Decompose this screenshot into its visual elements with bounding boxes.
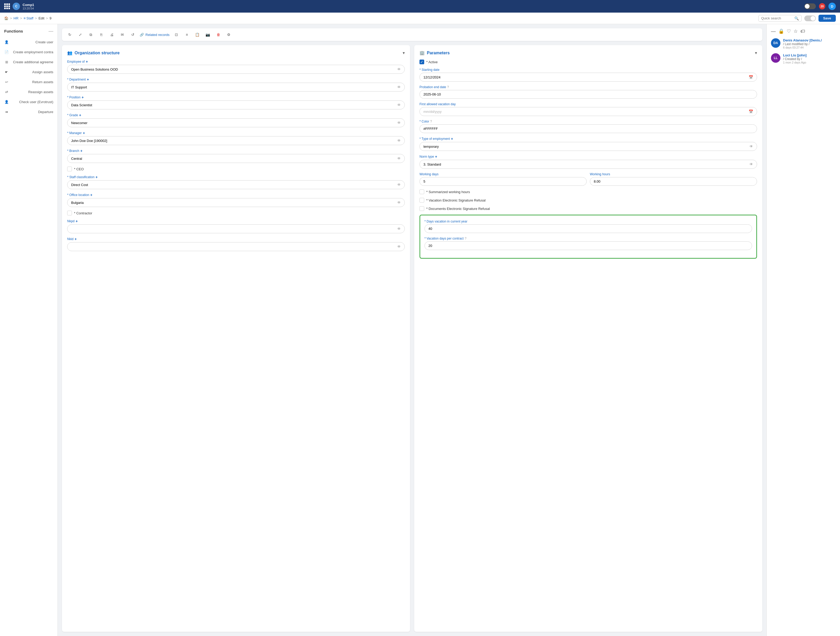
color-help[interactable]: ? — [430, 120, 432, 123]
print-btn[interactable]: 🖨 — [108, 31, 115, 38]
color-input[interactable] — [420, 124, 757, 133]
working-days-input[interactable] — [420, 177, 587, 186]
branch-input[interactable]: 👁 — [67, 154, 405, 163]
norm-type-eye[interactable]: 👁 — [750, 162, 753, 166]
related-records-btn[interactable]: 🔗 Related records — [140, 33, 170, 37]
position-eye[interactable]: 👁 — [397, 103, 401, 107]
norm-type-input[interactable]: 👁 — [420, 160, 757, 169]
color-value[interactable] — [423, 127, 753, 131]
sidebar-item-create-employment[interactable]: 📄 Create employment contra — [0, 47, 57, 57]
branch-add[interactable]: + — [81, 149, 82, 153]
org-panel-chevron[interactable]: ▾ — [403, 50, 405, 55]
breadcrumb-hr[interactable]: HR — [14, 16, 19, 20]
manager-input[interactable]: 👁 — [67, 136, 405, 145]
sidebar-item-create-additional[interactable]: ⊞ Create additional agreeme — [0, 57, 57, 67]
active-checkbox[interactable]: ✓ — [420, 60, 424, 64]
user-avatar[interactable]: D — [829, 3, 836, 10]
staff-class-eye[interactable]: 👁 — [397, 183, 401, 187]
vacation-per-contract-input[interactable] — [425, 241, 752, 250]
department-input[interactable]: 👁 — [67, 83, 405, 91]
branch-eye[interactable]: 👁 — [397, 156, 401, 161]
norm-type-value[interactable] — [423, 162, 747, 166]
heart-icon[interactable]: ♡ — [787, 28, 791, 34]
file-btn[interactable]: 📋 — [194, 31, 201, 38]
manager-eye[interactable]: 👁 — [397, 139, 401, 143]
delete-btn[interactable]: 🗑 — [215, 31, 222, 38]
department-eye[interactable]: 👁 — [397, 85, 401, 89]
save-button[interactable]: Save — [818, 15, 836, 22]
grade-eye[interactable]: 👁 — [397, 121, 401, 125]
calendar-icon[interactable]: 📅 — [748, 75, 753, 79]
department-value[interactable] — [71, 85, 395, 89]
first-vacation-input[interactable]: 📅 — [420, 107, 757, 116]
grade-input[interactable]: 👁 — [67, 118, 405, 127]
branch-value[interactable] — [71, 157, 395, 161]
office-loc-input[interactable]: 👁 — [67, 198, 405, 207]
nkid-eye[interactable]: 👁 — [397, 244, 401, 249]
refresh-btn[interactable]: ↻ — [66, 31, 74, 38]
vacation-per-contract-help[interactable]: ? — [465, 237, 466, 240]
quick-search-box[interactable]: 🔍 — [758, 15, 802, 22]
sidebar-item-assign-assets[interactable]: ☛ Assign assets — [0, 67, 57, 77]
active-toggle[interactable] — [804, 16, 816, 21]
probation-help[interactable]: ? — [447, 85, 449, 89]
employment-type-eye[interactable]: 👁 — [750, 144, 753, 148]
camera-btn[interactable]: 📷 — [204, 31, 212, 38]
employment-type-value[interactable] — [423, 145, 747, 148]
settings-btn[interactable]: ⚙ — [225, 31, 232, 38]
nkpd-value[interactable] — [71, 227, 395, 231]
expand-btn[interactable]: ⤢ — [77, 31, 84, 38]
sidebar-item-return-assets[interactable]: ↩ Return assets — [0, 77, 57, 87]
staff-class-add[interactable]: + — [96, 175, 98, 179]
grade-value[interactable] — [71, 121, 395, 125]
contractor-checkbox[interactable] — [67, 211, 72, 216]
days-vacation-input[interactable] — [425, 224, 752, 233]
sidebar-item-reassign-assets[interactable]: ⇄ Reassign assets — [0, 87, 57, 97]
first-vacation-calendar[interactable]: 📅 — [748, 109, 753, 113]
paste-btn[interactable]: ⎘ — [98, 31, 105, 38]
office-loc-value[interactable] — [71, 201, 395, 205]
vacation-per-contract-value[interactable] — [428, 244, 748, 248]
history-btn[interactable]: ↺ — [129, 31, 136, 38]
sidebar-collapse-btn[interactable]: — — [49, 28, 53, 34]
working-days-value[interactable] — [423, 179, 583, 183]
notification-badge[interactable]: 20 — [819, 3, 825, 9]
norm-type-add[interactable]: + — [435, 154, 437, 159]
tag-icon[interactable]: 🏷 — [801, 28, 805, 34]
star-icon[interactable]: ☆ — [794, 28, 798, 34]
copy-btn[interactable]: ⧉ — [87, 31, 95, 38]
days-vacation-value[interactable] — [428, 227, 748, 231]
office-loc-eye[interactable]: 👁 — [397, 200, 401, 205]
minimize-btn[interactable]: — — [771, 28, 776, 34]
working-hours-value[interactable] — [594, 179, 753, 183]
summarized-checkbox[interactable] — [420, 189, 424, 194]
nkpd-input[interactable]: 👁 — [67, 224, 405, 233]
position-input[interactable]: 👁 — [67, 101, 405, 109]
starting-date-input[interactable]: 📅 — [420, 73, 757, 82]
breadcrumb-staff[interactable]: ≡Staff — [24, 16, 33, 20]
documents-signature-checkbox[interactable] — [420, 206, 424, 211]
sidebar-item-check-user[interactable]: 👤 Check user (Evrotrust) — [0, 97, 57, 107]
probation-end-value[interactable] — [423, 92, 753, 96]
probation-end-input[interactable] — [420, 90, 757, 99]
first-vacation-value[interactable] — [423, 110, 747, 113]
office-loc-add[interactable]: + — [90, 193, 92, 197]
starting-date-value[interactable] — [423, 75, 747, 79]
nkid-add[interactable]: + — [74, 237, 77, 241]
position-value[interactable] — [71, 103, 395, 107]
theme-toggle[interactable] — [804, 3, 816, 9]
vacation-signature-checkbox[interactable] — [420, 198, 424, 203]
mail-btn[interactable]: ✉ — [118, 31, 126, 38]
department-add[interactable]: + — [87, 77, 89, 82]
nkpd-eye[interactable]: 👁 — [397, 227, 401, 231]
nkid-input[interactable]: 👁 — [67, 242, 405, 251]
grade-add[interactable]: + — [79, 113, 81, 117]
working-hours-input[interactable] — [590, 177, 757, 186]
breadcrumb-home[interactable]: 🏠 — [4, 16, 8, 20]
app-grid-icon[interactable] — [4, 3, 10, 9]
manager-value[interactable] — [71, 139, 395, 143]
staff-class-input[interactable]: 👁 — [67, 180, 405, 189]
ceo-checkbox[interactable] — [67, 167, 72, 171]
sidebar-item-departure[interactable]: ➡ Departure — [0, 107, 57, 117]
position-add[interactable]: + — [82, 95, 84, 99]
